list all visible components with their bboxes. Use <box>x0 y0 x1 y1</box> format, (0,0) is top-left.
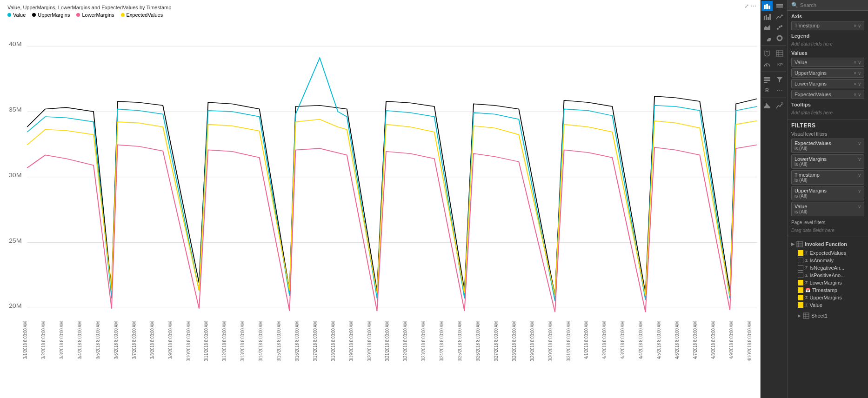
svg-point-64 <box>764 35 770 41</box>
field-item-expected-values[interactable]: Σ ExpectedValues <box>790 249 865 257</box>
svg-text:4/4/2018 8:00:00 AM: 4/4/2018 8:00:00 AM <box>638 321 643 359</box>
stacked-bar-chart-icon[interactable] <box>761 1 773 11</box>
sheet1-label: Sheet1 <box>811 313 828 318</box>
filter-timestamp[interactable]: Timestamp ∨ is (All) <box>791 170 864 185</box>
values-field-expected[interactable]: ExpectedValues ×∨ <box>791 90 864 99</box>
svg-rect-58 <box>768 17 769 20</box>
svg-text:4/2/2018 8:00:00 AM: 4/2/2018 8:00:00 AM <box>602 321 608 359</box>
filters-panel: FILTERS Visual level filters ExpectedVal… <box>788 119 868 237</box>
svg-text:4/1/2018 8:00:00 AM: 4/1/2018 8:00:00 AM <box>584 321 589 359</box>
kpi-icon[interactable]: KPI <box>774 59 785 69</box>
field-item-is-positive[interactable]: Σ IsPositiveAno... <box>790 272 865 279</box>
slicer-icon[interactable] <box>761 74 773 85</box>
filter-expand-value-icon[interactable]: ∨ <box>858 204 861 209</box>
svg-text:4/10/2018 8:00:00 AM: 4/10/2018 8:00:00 AM <box>747 321 752 361</box>
svg-rect-82 <box>797 241 802 247</box>
field-item-is-anomaly[interactable]: Σ IsAnomaly <box>790 257 865 264</box>
svg-rect-55 <box>776 6 783 8</box>
pie-chart-icon[interactable] <box>761 33 773 43</box>
values-field-value[interactable]: Value ×∨ <box>791 58 864 67</box>
more-visuals-icon[interactable]: ⋯ <box>774 85 785 95</box>
svg-rect-56 <box>764 16 765 20</box>
svg-text:3/6/2018 8:00:00 AM: 3/6/2018 8:00:00 AM <box>113 321 119 359</box>
format-visual-icon[interactable] <box>761 100 773 111</box>
field-type-timestamp: 📅 <box>805 288 810 292</box>
field-type-lower: Σ <box>805 280 808 285</box>
field-item-lower-margins[interactable]: Σ LowerMargins <box>790 279 865 286</box>
expand-arrow[interactable]: ▶ <box>791 242 795 246</box>
svg-point-61 <box>777 28 779 30</box>
svg-rect-75 <box>764 82 768 83</box>
search-bar: 🔍 <box>788 0 868 11</box>
field-checkbox-expected[interactable] <box>798 250 803 256</box>
field-checkbox-negative[interactable] <box>798 265 803 271</box>
invoked-header[interactable]: ▶ Invoked Function <box>790 239 865 249</box>
svg-rect-51 <box>764 5 766 9</box>
table-icon-small <box>796 241 803 247</box>
values-field-upper[interactable]: UpperMargins ×∨ <box>791 68 864 78</box>
axis-remove-icon[interactable]: × ∨ <box>854 23 861 28</box>
filter-value[interactable]: Value ∨ is (All) <box>791 202 864 216</box>
filter-expand-lower-icon[interactable]: ∨ <box>858 157 861 162</box>
area-chart-icon[interactable] <box>761 22 773 33</box>
field-item-upper-margins[interactable]: Σ UpperMargins <box>790 294 865 301</box>
page-level-label: Page level filters <box>791 220 864 225</box>
analytics-icon[interactable] <box>774 100 785 111</box>
svg-text:35M: 35M <box>9 106 22 113</box>
field-checkbox-timestamp[interactable] <box>798 287 803 293</box>
filter-lower-margins[interactable]: LowerMargins ∨ is (All) <box>791 154 864 169</box>
filter-upper-margins[interactable]: UpperMargins ∨ is (All) <box>791 186 864 200</box>
sheet1-expand-icon[interactable]: ▶ <box>798 313 801 318</box>
field-item-value[interactable]: Σ Value <box>790 301 865 309</box>
options-icon[interactable]: ⋯ <box>751 3 756 9</box>
svg-text:3/11/2018 8:00:00 AM: 3/11/2018 8:00:00 AM <box>204 321 209 361</box>
svg-rect-53 <box>768 6 770 9</box>
table-icon[interactable] <box>774 48 785 59</box>
map-chart-icon[interactable] <box>761 48 773 59</box>
search-input[interactable] <box>800 2 864 8</box>
search-icon: 🔍 <box>791 2 798 8</box>
chart-svg: 40M 35M 30M 25M 20M <box>0 20 760 398</box>
donut-chart-icon[interactable] <box>774 33 785 43</box>
field-checkbox-lower[interactable] <box>798 280 803 285</box>
field-label-expected: ExpectedValues <box>810 250 847 256</box>
svg-rect-57 <box>766 15 767 20</box>
field-checkbox-positive[interactable] <box>798 272 803 278</box>
filter-icon2[interactable] <box>774 74 785 85</box>
gauge-icon[interactable] <box>761 59 773 69</box>
field-label-timestamp: Timestamp <box>812 287 837 293</box>
filter-expand-upper-icon[interactable]: ∨ <box>858 188 861 193</box>
svg-marker-60 <box>764 25 770 30</box>
stacked-bar-chart2-icon[interactable] <box>774 1 785 11</box>
axis-field[interactable]: Timestamp × ∨ <box>791 21 864 30</box>
filter-expand-icon[interactable]: ∨ <box>858 141 861 146</box>
sheet1-item[interactable]: ▶ Sheet1 <box>790 312 865 320</box>
svg-text:4/3/2018 8:00:00 AM: 4/3/2018 8:00:00 AM <box>620 321 626 359</box>
field-checkbox-anomaly[interactable] <box>798 258 803 263</box>
legend-item-expected: ExpectedValues <box>121 12 163 18</box>
fields-panel: 🔍 Axis Timestamp × ∨ Legend Add data fie… <box>788 0 868 398</box>
field-item-is-negative[interactable]: Σ IsNegativeAn... <box>790 264 865 272</box>
tooltips-placeholder: Add data fields here <box>791 109 864 116</box>
scatter-chart-icon[interactable] <box>774 22 785 33</box>
values-field-lower[interactable]: LowerMargins ×∨ <box>791 79 864 88</box>
legend-label: Legend <box>791 33 864 39</box>
r-visual-icon[interactable]: R <box>761 85 773 95</box>
svg-point-65 <box>777 36 782 40</box>
visual-level-label: Visual level filters <box>791 132 864 137</box>
legend-dot-upper <box>32 13 36 17</box>
line-chart-icon[interactable] <box>774 12 785 22</box>
maximize-icon[interactable]: ⤢ <box>744 3 749 9</box>
field-label-upper: UpperMargins <box>810 295 842 300</box>
column-chart-icon[interactable] <box>761 12 773 22</box>
svg-text:20M: 20M <box>9 303 22 309</box>
filter-expand-timestamp-icon[interactable]: ∨ <box>858 172 861 178</box>
field-item-timestamp[interactable]: 📅 Timestamp <box>790 286 865 294</box>
filter-expected-values[interactable]: ExpectedValues ∨ is (All) <box>791 139 864 153</box>
field-checkbox-value[interactable] <box>798 302 803 308</box>
invoked-label: Invoked Function <box>805 241 847 247</box>
svg-text:3/7/2018 8:00:00 AM: 3/7/2018 8:00:00 AM <box>131 321 137 359</box>
svg-text:3/29/2018 8:00:00 AM: 3/29/2018 8:00:00 AM <box>529 321 535 361</box>
field-type-value: Σ <box>805 303 808 307</box>
field-checkbox-upper[interactable] <box>798 295 803 300</box>
